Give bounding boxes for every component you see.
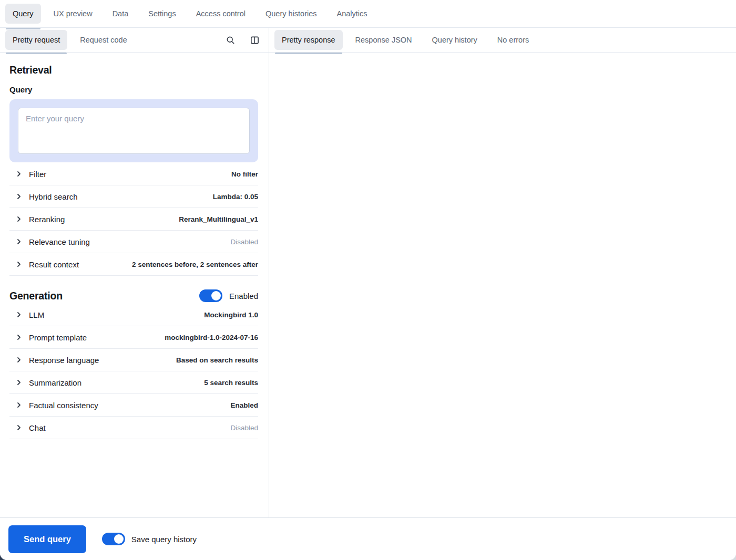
row-value: mockingbird-1.0-2024-07-16 xyxy=(165,334,258,341)
accordion-row-filter[interactable]: Filter No filter xyxy=(9,163,258,185)
request-tab-bar: Pretty request Request code xyxy=(0,28,269,53)
row-label: Summarization xyxy=(29,378,81,387)
chevron-right-icon xyxy=(15,378,23,387)
accordion-row-summarization[interactable]: Summarization 5 search results xyxy=(9,371,258,394)
chevron-right-icon xyxy=(15,423,23,432)
tab-query-histories[interactable]: Query histories xyxy=(258,4,324,24)
query-console-window: Query UX preview Data Settings Access co… xyxy=(0,0,736,560)
tab-settings[interactable]: Settings xyxy=(141,4,183,24)
row-value: Disabled xyxy=(230,424,258,432)
retrieval-settings-list: Filter No filter Hybrid search Lambda: 0… xyxy=(9,163,258,276)
row-value: No filter xyxy=(231,170,258,178)
generation-section-header: Generation Enabled xyxy=(9,289,258,302)
row-label: Filter xyxy=(29,170,46,179)
row-label: LLM xyxy=(29,310,44,319)
generation-toggle-label: Enabled xyxy=(229,292,258,300)
main-tab-bar: Query UX preview Data Settings Access co… xyxy=(0,0,736,28)
tab-analytics[interactable]: Analytics xyxy=(330,4,375,24)
response-tab-bar: Pretty response Response JSON Query hist… xyxy=(269,28,736,53)
row-value: Mockingbird 1.0 xyxy=(204,311,258,319)
tab-request-code[interactable]: Request code xyxy=(73,30,134,50)
row-value: Disabled xyxy=(230,238,258,246)
row-label: Reranking xyxy=(29,215,65,224)
tab-query[interactable]: Query xyxy=(5,4,41,24)
chevron-right-icon xyxy=(15,237,23,246)
tab-query-history[interactable]: Query history xyxy=(425,30,485,50)
accordion-row-result-context[interactable]: Result context 2 sentences before, 2 sen… xyxy=(9,253,258,276)
tab-pretty-response[interactable]: Pretty response xyxy=(274,30,343,50)
accordion-row-prompt-template[interactable]: Prompt template mockingbird-1.0-2024-07-… xyxy=(9,326,258,349)
chevron-right-icon xyxy=(15,260,23,268)
accordion-row-response-language[interactable]: Response language Based on search result… xyxy=(9,349,258,371)
main-content: Pretty request Request code xyxy=(0,28,736,517)
split-panel-button[interactable] xyxy=(246,31,263,49)
save-query-history-label: Save query history xyxy=(131,535,197,544)
toggle-knob xyxy=(211,291,221,300)
tab-access-control[interactable]: Access control xyxy=(189,4,253,24)
row-label: Response language xyxy=(29,356,99,365)
generation-toggle[interactable] xyxy=(199,289,222,302)
chevron-right-icon xyxy=(15,192,23,201)
query-input[interactable] xyxy=(18,108,250,154)
tab-pretty-request[interactable]: Pretty request xyxy=(5,30,67,50)
chevron-right-icon xyxy=(15,401,23,409)
request-pane: Pretty request Request code xyxy=(0,28,269,517)
response-body xyxy=(269,53,736,517)
row-label: Result context xyxy=(29,260,79,269)
query-field-label: Query xyxy=(9,85,258,94)
tab-response-json[interactable]: Response JSON xyxy=(348,30,420,50)
accordion-row-factual-consistency[interactable]: Factual consistency Enabled xyxy=(9,394,258,417)
save-query-history-toggle[interactable] xyxy=(102,533,125,545)
accordion-row-relevance-tuning[interactable]: Relevance tuning Disabled xyxy=(9,231,258,253)
send-query-button[interactable]: Send query xyxy=(8,525,86,553)
row-label: Relevance tuning xyxy=(29,237,90,246)
tab-ux-preview[interactable]: UX preview xyxy=(46,4,100,24)
chevron-right-icon xyxy=(15,333,23,341)
row-label: Prompt template xyxy=(29,333,87,342)
row-label: Chat xyxy=(29,423,46,432)
row-label: Factual consistency xyxy=(29,401,98,410)
accordion-row-chat[interactable]: Chat Disabled xyxy=(9,417,258,439)
split-panel-icon xyxy=(250,36,259,45)
accordion-row-reranking[interactable]: Reranking Rerank_Multilingual_v1 xyxy=(9,208,258,231)
tab-data[interactable]: Data xyxy=(105,4,136,24)
search-button[interactable] xyxy=(221,31,239,49)
generation-section-title: Generation xyxy=(9,290,63,302)
accordion-row-hybrid-search[interactable]: Hybrid search Lambda: 0.05 xyxy=(9,185,258,208)
chevron-right-icon xyxy=(15,310,23,319)
row-value: Based on search results xyxy=(176,356,258,364)
row-label: Hybrid search xyxy=(29,192,78,201)
chevron-right-icon xyxy=(15,356,23,364)
row-value: 5 search results xyxy=(204,379,258,387)
toggle-knob xyxy=(114,534,124,544)
generation-settings-list: LLM Mockingbird 1.0 Prompt template mock… xyxy=(9,304,258,439)
response-pane: Pretty response Response JSON Query hist… xyxy=(269,28,736,517)
row-value: 2 sentences before, 2 sentences after xyxy=(132,261,258,268)
accordion-row-llm[interactable]: LLM Mockingbird 1.0 xyxy=(9,304,258,326)
search-icon xyxy=(226,36,235,45)
row-value: Enabled xyxy=(230,401,258,409)
row-value: Rerank_Multilingual_v1 xyxy=(179,215,258,223)
footer-bar: Send query Save query history xyxy=(0,517,736,560)
chevron-right-icon xyxy=(15,170,23,178)
request-editor: Retrieval Query Filter No filter Hybrid … xyxy=(0,53,269,517)
tab-no-errors[interactable]: No errors xyxy=(490,30,536,50)
retrieval-section-title: Retrieval xyxy=(9,64,258,76)
query-input-container xyxy=(9,99,258,162)
chevron-right-icon xyxy=(15,215,23,223)
row-value: Lambda: 0.05 xyxy=(213,193,258,201)
